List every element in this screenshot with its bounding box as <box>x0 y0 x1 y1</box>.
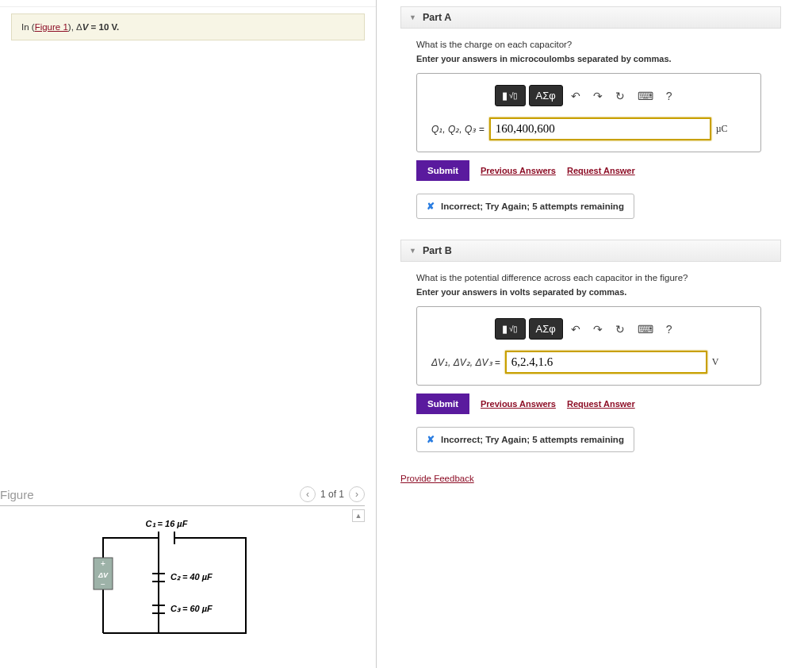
part-a-header[interactable]: ▼ Part A <box>400 6 781 29</box>
reset-icon[interactable]: ↻ <box>611 86 630 106</box>
figure-link[interactable]: Figure 1 <box>35 22 68 32</box>
undo-icon[interactable]: ↶ <box>566 320 585 339</box>
part-a-answer-box: ▮√▯ ΑΣφ ↶ ↷ ↻ ⌨ ? Q₁, Q₂, Q₃ = µC <box>416 73 761 152</box>
provide-feedback-link[interactable]: Provide Feedback <box>400 474 474 483</box>
incorrect-icon: ✘ <box>427 201 435 212</box>
part-a-request-answer-link[interactable]: Request Answer <box>567 166 635 175</box>
part-a-feedback-text: Incorrect; Try Again; 5 attempts remaini… <box>441 202 624 211</box>
collapse-icon: ▼ <box>409 247 416 255</box>
help-icon[interactable]: ? <box>661 320 677 339</box>
problem-text-after: ), Δ <box>68 22 82 32</box>
part-b-question: What is the potential difference across … <box>416 273 802 282</box>
svg-text:ΔV: ΔV <box>98 571 109 579</box>
undo-icon[interactable]: ↶ <box>566 86 585 106</box>
part-a-submit-button[interactable]: Submit <box>416 160 469 181</box>
problem-statement: In (Figure 1), ΔV = 10 V. <box>11 13 365 40</box>
part-b-input-row: ΔV₁, ΔV₂, ΔV₃ = V <box>431 351 746 374</box>
part-b-header[interactable]: ▼ Part B <box>400 240 781 262</box>
help-icon[interactable]: ? <box>661 86 677 106</box>
part-b-title: Part B <box>423 245 452 256</box>
collapse-icon: ▼ <box>409 13 416 21</box>
incorrect-icon: ✘ <box>427 434 435 445</box>
part-b-answer-box: ▮√▯ ΑΣφ ↶ ↷ ↻ ⌨ ? ΔV₁, ΔV₂, ΔV₃ = V <box>416 306 761 386</box>
part-b-feedback: ✘ Incorrect; Try Again; 5 attempts remai… <box>416 427 634 452</box>
part-b-answer-input[interactable] <box>505 351 707 374</box>
figure-header: Figure ‹ 1 of 1 › <box>0 483 365 506</box>
problem-text-in: In ( <box>21 22 35 32</box>
part-b-toolbar: ▮√▯ ΑΣφ ↶ ↷ ↻ ⌨ ? <box>495 318 676 340</box>
template-tool-button[interactable]: ▮√▯ <box>495 318 526 340</box>
part-b-submit-button[interactable]: Submit <box>416 394 469 414</box>
figure-section: Figure ‹ 1 of 1 › ▲ + ΔV − <box>0 483 376 668</box>
part-a-input-label: Q₁, Q₂, Q₃ = <box>431 124 485 135</box>
symbols-tool-button[interactable]: ΑΣφ <box>529 85 563 106</box>
symbols-tool-button[interactable]: ΑΣφ <box>529 318 563 340</box>
keyboard-icon[interactable]: ⌨ <box>633 86 658 106</box>
pager-text: 1 of 1 <box>320 489 344 500</box>
part-a-feedback: ✘ Incorrect; Try Again; 5 attempts remai… <box>416 194 634 219</box>
part-a-question: What is the charge on each capacitor? <box>416 40 802 49</box>
part-b-input-label: ΔV₁, ΔV₂, ΔV₃ = <box>431 357 500 368</box>
svg-text:+: + <box>101 559 105 568</box>
redo-icon[interactable]: ↷ <box>588 86 607 106</box>
right-panel: ▼ Part A What is the charge on each capa… <box>377 0 812 668</box>
part-a-input-row: Q₁, Q₂, Q₃ = µC <box>431 117 746 140</box>
problem-eq: = 10 V. <box>88 22 119 32</box>
part-a-title: Part A <box>423 12 451 23</box>
part-a-previous-answers-link[interactable]: Previous Answers <box>481 166 556 175</box>
part-b-unit: V <box>712 356 719 368</box>
figure-body: ▲ + ΔV − C₁ = 16 µF <box>0 509 365 668</box>
svg-text:C₂ = 40 µF: C₂ = 40 µF <box>170 572 213 582</box>
part-a-unit: µC <box>716 123 728 135</box>
template-tool-button[interactable]: ▮√▯ <box>495 85 526 106</box>
svg-text:C₃ = 60 µF: C₃ = 60 µF <box>170 604 213 613</box>
part-b-previous-answers-link[interactable]: Previous Answers <box>481 399 556 409</box>
reset-icon[interactable]: ↻ <box>611 320 630 339</box>
figure-pager: ‹ 1 of 1 › <box>300 486 365 502</box>
figure-title: Figure <box>0 488 34 501</box>
redo-icon[interactable]: ↷ <box>588 320 607 339</box>
part-a-submit-row: Submit Previous Answers Request Answer <box>416 160 802 181</box>
part-a-instruction: Enter your answers in microcoulombs sepa… <box>416 54 802 63</box>
left-panel: In (Figure 1), ΔV = 10 V. Figure ‹ 1 of … <box>0 0 377 668</box>
keyboard-icon[interactable]: ⌨ <box>633 320 658 339</box>
pager-next-button[interactable]: › <box>349 486 365 502</box>
part-a-answer-input[interactable] <box>489 117 711 140</box>
part-b-request-answer-link[interactable]: Request Answer <box>567 399 635 409</box>
scroll-up-icon[interactable]: ▲ <box>352 509 365 522</box>
svg-text:C₁ = 16 µF: C₁ = 16 µF <box>146 519 188 528</box>
part-b-submit-row: Submit Previous Answers Request Answer <box>416 394 802 414</box>
part-b-feedback-text: Incorrect; Try Again; 5 attempts remaini… <box>441 435 624 444</box>
part-b-instruction: Enter your answers in volts separated by… <box>416 287 802 297</box>
svg-text:−: − <box>101 580 105 589</box>
circuit-diagram: + ΔV − C₁ = 16 µF C₂ = 40 µF C₃ = 60 µF <box>71 514 309 649</box>
part-a-toolbar: ▮√▯ ΑΣφ ↶ ↷ ↻ ⌨ ? <box>495 85 676 106</box>
pager-prev-button[interactable]: ‹ <box>300 486 316 502</box>
